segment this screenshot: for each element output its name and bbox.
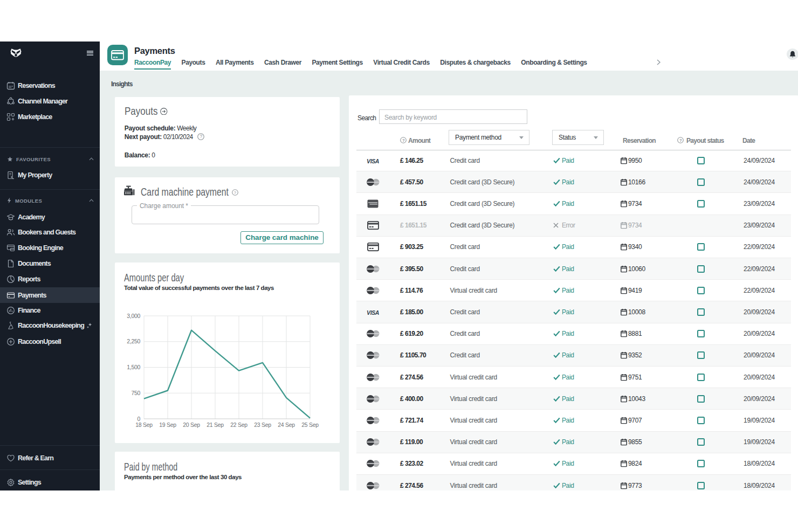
svg-text:?: ? — [234, 190, 236, 195]
svg-text:19 Sep: 19 Sep — [159, 422, 176, 428]
svg-text:3,000: 3,000 — [127, 313, 140, 319]
svg-text:0: 0 — [137, 416, 140, 422]
svg-text:21 Sep: 21 Sep — [207, 422, 224, 428]
svg-text:25 Sep: 25 Sep — [301, 422, 319, 428]
svg-text:20 Sep: 20 Sep — [183, 422, 200, 428]
svg-text:2,250: 2,250 — [127, 338, 140, 344]
svg-text:1,500: 1,500 — [127, 364, 140, 370]
svg-text:22 Sep: 22 Sep — [230, 422, 247, 428]
svg-text:?: ? — [402, 137, 405, 142]
svg-text:750: 750 — [131, 390, 140, 396]
svg-text:?: ? — [200, 134, 202, 140]
svg-text:18 Sep: 18 Sep — [135, 422, 153, 428]
svg-text:?: ? — [679, 137, 682, 142]
svg-text:24 Sep: 24 Sep — [278, 422, 295, 428]
svg-text:23 Sep: 23 Sep — [254, 422, 271, 428]
